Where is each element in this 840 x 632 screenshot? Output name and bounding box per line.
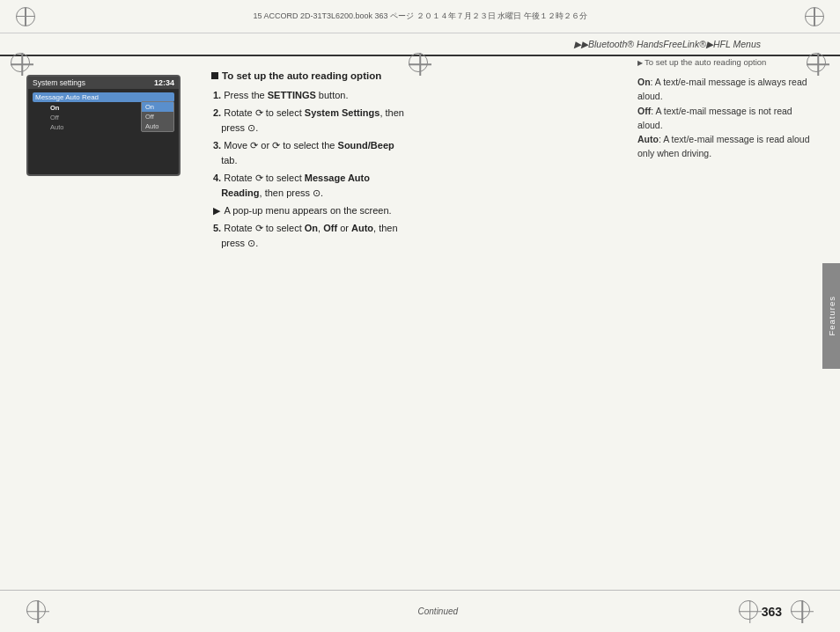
knob-icon-3a: ⟳ — [250, 140, 258, 151]
page-number: 363 — [762, 605, 782, 619]
top-right-reg-mark — [805, 7, 824, 26]
knob-icon-5a: ⟳ — [255, 223, 263, 233]
top-left-reg-mark — [16, 7, 35, 26]
section-title: To set up the auto reading option — [211, 70, 611, 81]
screen-title: System settings — [33, 78, 85, 87]
screen-options-popup: On Off Auto — [141, 101, 174, 132]
screen-option-on: On — [142, 102, 173, 112]
corner-reg-bm — [739, 600, 762, 623]
step-3: 3. Move ⟳ or ⟳ to select the Sound/Beep … — [211, 138, 611, 168]
breadcrumb-text: ▶▶Bluetooth® HandsFreeLink®▶HFL Menus — [574, 39, 761, 49]
features-sidebar: Features — [822, 263, 840, 369]
press-icon-2: ⊙ — [247, 122, 255, 133]
step-2: 2. Rotate ⟳ to select System Settings, t… — [211, 106, 611, 136]
knob-icon-4a: ⟳ — [255, 173, 263, 183]
info-off: Off: A text/e-mail message is not read a… — [637, 104, 818, 133]
knob-icon-2a: ⟳ — [255, 107, 263, 118]
step-1: 1. Press the SETTINGS button. — [211, 88, 611, 103]
screen-option-auto: Auto — [142, 121, 173, 131]
bottom-bar: Continued 363 — [0, 590, 840, 632]
info-box-header: To set up the auto reading option — [637, 57, 818, 70]
screenshot-area: System settings 12:34 Message Auto Read … — [26, 75, 194, 588]
instructions-list: 1. Press the SETTINGS button. 2. Rotate … — [211, 88, 611, 251]
press-icon-5: ⊙ — [247, 238, 255, 248]
corner-reg-br — [791, 600, 814, 623]
knob-icon-3b: ⟳ — [272, 140, 280, 151]
screen-option-off: Off — [142, 112, 173, 121]
info-box: To set up the auto reading option On: A … — [624, 57, 818, 588]
continued-text: Continued — [49, 606, 739, 616]
section-title-icon — [211, 72, 218, 79]
device-screen: System settings 12:34 Message Auto Read … — [26, 75, 181, 176]
file-metadata: 15 ACCORD 2D-31T3L6200.book 363 ページ ２０１４… — [35, 11, 805, 22]
screen-time: 12:34 — [154, 78, 174, 87]
step-5: 5. Rotate ⟳ to select On, Off or Auto, t… — [211, 221, 611, 251]
screen-body: Message Auto Read On Off Auto On Off Aut… — [28, 89, 179, 136]
info-on: On: A text/e-mail message is always read… — [637, 75, 818, 104]
instructions-column: To set up the auto reading option 1. Pre… — [194, 57, 624, 588]
screen-title-bar: System settings 12:34 — [28, 77, 179, 89]
main-content: System settings 12:34 Message Auto Read … — [26, 57, 818, 588]
top-bar: 15 ACCORD 2D-31T3L6200.book 363 ページ ２０１４… — [0, 0, 840, 33]
press-icon-4: ⊙ — [313, 187, 321, 198]
arrow-icon: ▶ — [213, 203, 220, 218]
info-content: On: A text/e-mail message is always read… — [637, 75, 818, 161]
page-container: 15 ACCORD 2D-31T3L6200.book 363 ページ ２０１４… — [0, 0, 840, 632]
step-4: 4. Rotate ⟳ to select Message Auto Readi… — [211, 171, 611, 201]
corner-reg-bl — [26, 600, 49, 623]
features-label: Features — [827, 296, 836, 336]
step-4-subnote: ▶ A pop-up menu appears on the screen. — [211, 203, 611, 218]
info-auto: Auto: A text/e-mail message is read alou… — [637, 132, 818, 161]
